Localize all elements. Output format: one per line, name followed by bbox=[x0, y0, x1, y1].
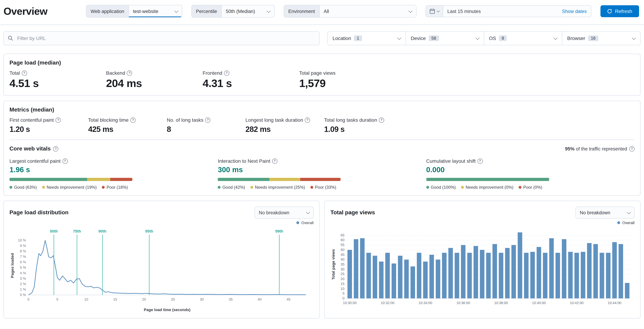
info-icon[interactable] bbox=[305, 117, 310, 123]
svg-text:30: 30 bbox=[340, 267, 344, 271]
cwv-cls-value: 0.000 bbox=[426, 166, 634, 174]
environment-select[interactable]: All bbox=[320, 5, 416, 17]
page-load-median-panel: Page load (median) Total 4.51 s Backend … bbox=[4, 54, 640, 96]
filter-browser[interactable]: Browser 16 bbox=[562, 31, 640, 45]
stat-long-tasks-label: No. of long tasks bbox=[167, 117, 204, 123]
quick-select-button[interactable] bbox=[426, 5, 443, 17]
filter-location[interactable]: Location 1 bbox=[328, 31, 406, 45]
info-icon[interactable] bbox=[127, 70, 132, 76]
stat-long-tasks: No. of long tasks 8 bbox=[167, 117, 246, 134]
svg-text:99th: 99th bbox=[275, 229, 283, 233]
filter-device[interactable]: Device 58 bbox=[406, 31, 484, 45]
chevron-down-icon bbox=[476, 36, 480, 40]
distribution-breakdown-select[interactable]: No breakdown bbox=[254, 207, 314, 219]
web-application-label: Web application bbox=[86, 5, 129, 17]
stat-total-long-tasks: Total long tasks duration 1.09 s bbox=[324, 117, 403, 134]
svg-text:6 %: 6 % bbox=[20, 260, 26, 264]
pageviews-breakdown-select[interactable]: No breakdown bbox=[576, 207, 634, 219]
chevron-down-icon bbox=[632, 36, 636, 40]
chevron-down-icon bbox=[267, 9, 271, 13]
total-page-views-chart[interactable]: 0510152025303540455055606510:30:0010:32:… bbox=[330, 226, 634, 315]
stat-frontend: Frontend 4.31 s bbox=[202, 70, 299, 90]
stat-total-long-tasks-label: Total long tasks duration bbox=[324, 117, 377, 123]
filter-bar: Location 1 Device 58 OS 8 bbox=[0, 25, 644, 54]
top-bar: Overview Web application test-website Pe… bbox=[0, 0, 644, 20]
info-icon[interactable] bbox=[272, 158, 278, 164]
cwv-inp-distribution-bar bbox=[218, 178, 341, 181]
percentile-control: Percentile 50th (Median) bbox=[191, 5, 274, 17]
stat-longest-task-label: Longest long task duration bbox=[246, 117, 303, 123]
page-load-distribution-chart[interactable]: 0 %1 %2 %3 %4 %5 %6 %7 %8 %9 %10 %051015… bbox=[10, 226, 314, 315]
svg-text:35: 35 bbox=[340, 262, 344, 266]
filter-os[interactable]: OS 8 bbox=[484, 31, 562, 45]
poor-dot bbox=[310, 186, 313, 189]
info-icon[interactable] bbox=[379, 117, 384, 123]
svg-text:5: 5 bbox=[342, 292, 344, 295]
svg-text:40: 40 bbox=[340, 258, 344, 261]
page-title: Overview bbox=[4, 5, 48, 17]
stat-long-tasks-value: 8 bbox=[167, 125, 246, 134]
svg-text:60: 60 bbox=[340, 238, 344, 242]
svg-text:10:32:00: 10:32:00 bbox=[381, 301, 394, 305]
filter-group: Location 1 Device 58 OS 8 bbox=[327, 31, 640, 45]
filter-os-label: OS bbox=[489, 35, 496, 41]
cwv-cls-legend: Good (100%) Needs improvement (0%) Poor … bbox=[426, 185, 634, 190]
cwv-lcp-distribution-bar bbox=[10, 178, 132, 181]
info-icon[interactable] bbox=[22, 70, 27, 76]
legend-label: Overall bbox=[301, 221, 314, 225]
svg-text:10:44:00: 10:44:00 bbox=[608, 301, 621, 305]
url-filter-input[interactable] bbox=[4, 31, 320, 45]
cwv-lcp-label: Largest contentful paint bbox=[10, 158, 60, 164]
refresh-label: Refresh bbox=[615, 8, 632, 14]
pageviews-legend[interactable]: Overall bbox=[330, 220, 634, 226]
svg-text:25: 25 bbox=[171, 298, 175, 301]
svg-text:20: 20 bbox=[142, 298, 146, 301]
info-icon[interactable] bbox=[205, 117, 210, 123]
refresh-button[interactable]: Refresh bbox=[600, 5, 639, 17]
stat-tbt: Total blocking time 425 ms bbox=[88, 117, 167, 134]
info-icon[interactable] bbox=[478, 158, 483, 164]
chevron-down-icon bbox=[306, 210, 310, 214]
chevron-down-icon bbox=[397, 36, 401, 40]
breakdown-value: No breakdown bbox=[259, 210, 289, 215]
chevron-down-icon bbox=[174, 9, 178, 13]
environment-value: All bbox=[324, 8, 329, 14]
metrics-median-title: Metrics (median) bbox=[10, 107, 634, 113]
stat-frontend-label: Frontend bbox=[202, 70, 222, 76]
svg-text:10 %: 10 % bbox=[18, 238, 26, 242]
stat-total-page-views-label: Total page views bbox=[299, 70, 336, 76]
stat-fcp-label: First contentful paint bbox=[10, 117, 54, 123]
filter-device-count: 58 bbox=[428, 35, 439, 41]
filter-location-count: 1 bbox=[354, 35, 362, 41]
cwv-lcp-legend: Good (63%) Needs improvement (19%) Poor … bbox=[10, 185, 218, 190]
info-icon[interactable] bbox=[629, 146, 634, 151]
svg-text:50th: 50th bbox=[50, 229, 58, 233]
poor-dot bbox=[102, 186, 105, 189]
svg-text:10:36:00: 10:36:00 bbox=[456, 301, 470, 305]
time-range-value[interactable]: Last 15 minutes bbox=[443, 5, 558, 17]
web-application-select[interactable]: test-website bbox=[129, 5, 182, 17]
svg-text:10: 10 bbox=[84, 298, 88, 301]
info-icon[interactable] bbox=[56, 117, 61, 123]
cwv-inp-label: Interaction to Next Paint bbox=[218, 158, 270, 164]
svg-text:10: 10 bbox=[340, 287, 344, 291]
info-icon[interactable] bbox=[130, 117, 136, 123]
cwv-inp-legend: Good (42%) Needs improvement (25%) Poor … bbox=[218, 185, 426, 190]
svg-text:Total page views: Total page views bbox=[331, 249, 336, 280]
percentile-label: Percentile bbox=[192, 5, 222, 17]
svg-text:9 %: 9 % bbox=[20, 244, 26, 248]
svg-text:4 %: 4 % bbox=[20, 271, 26, 275]
core-web-vitals-title: Core web vitals bbox=[10, 146, 58, 152]
info-icon[interactable] bbox=[62, 158, 68, 164]
distribution-legend[interactable]: Overall bbox=[10, 220, 314, 226]
percentile-select[interactable]: 50th (Median) bbox=[222, 5, 274, 17]
info-icon[interactable] bbox=[224, 70, 229, 76]
svg-text:10:42:00: 10:42:00 bbox=[570, 301, 584, 305]
good-dot bbox=[218, 186, 221, 189]
stat-fcp: First contentful paint 1.20 s bbox=[10, 117, 88, 134]
svg-text:8 %: 8 % bbox=[20, 249, 26, 253]
info-icon[interactable] bbox=[53, 146, 58, 151]
stat-tbt-value: 425 ms bbox=[88, 125, 167, 134]
show-dates-link[interactable]: Show dates bbox=[558, 5, 591, 17]
svg-text:20: 20 bbox=[340, 277, 344, 281]
